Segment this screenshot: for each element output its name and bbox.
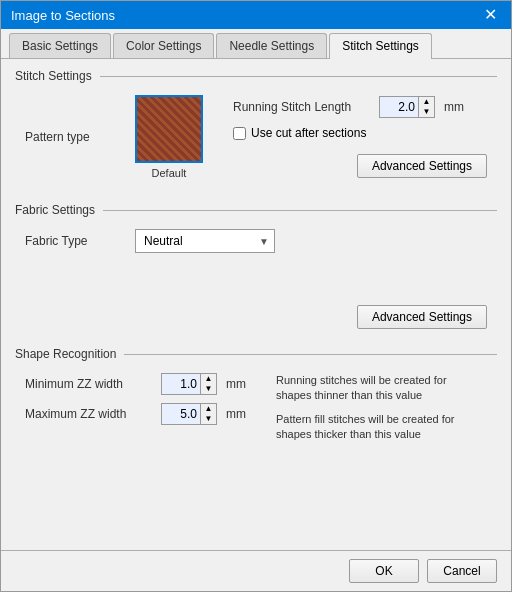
tab-basic[interactable]: Basic Settings <box>9 33 111 58</box>
shape-recognition-grid: Minimum ZZ width ▲ ▼ mm <box>25 373 487 443</box>
min-zz-down[interactable]: ▼ <box>201 384 216 394</box>
fabric-advanced-btn-row: Advanced Settings <box>25 305 487 329</box>
shape-recognition-section: Shape Recognition Minimum ZZ width ▲ ▼ <box>15 347 497 451</box>
shape-left: Minimum ZZ width ▲ ▼ mm <box>25 373 246 443</box>
footer: OK Cancel <box>1 550 511 591</box>
use-cut-checkbox[interactable] <box>233 127 246 140</box>
stitch-settings-section: Stitch Settings Pattern type Default Run… <box>15 69 497 193</box>
stitch-right: Running Stitch Length ▲ ▼ mm <box>223 96 487 178</box>
shape-recognition-label: Shape Recognition <box>15 347 497 361</box>
min-zz-up[interactable]: ▲ <box>201 374 216 384</box>
min-zz-label: Minimum ZZ width <box>25 377 155 391</box>
max-zz-desc: Pattern fill stitches will be created fo… <box>276 412 476 443</box>
fabric-settings-label: Fabric Settings <box>15 203 497 217</box>
running-stitch-down[interactable]: ▼ <box>419 107 434 117</box>
max-zz-spinners: ▲ ▼ <box>200 404 216 424</box>
use-cut-label: Use cut after sections <box>251 126 366 140</box>
max-zz-input-wrap: ▲ ▼ <box>161 403 217 425</box>
pattern-row: Pattern type Default Running Stitch Leng… <box>25 95 487 179</box>
min-zz-input[interactable] <box>162 374 200 394</box>
fabric-type-select-wrap: Neutral Stable Stretch Sheer Toweling ▼ <box>135 229 275 253</box>
shape-right: Running stitches will be created for sha… <box>266 373 476 443</box>
use-cut-row: Use cut after sections <box>233 126 487 140</box>
max-zz-row: Maximum ZZ width ▲ ▼ mm <box>25 403 246 425</box>
shape-recognition-body: Minimum ZZ width ▲ ▼ mm <box>15 367 497 451</box>
running-stitch-label: Running Stitch Length <box>233 100 373 114</box>
stitch-advanced-btn-row: Advanced Settings <box>233 154 487 178</box>
tab-color[interactable]: Color Settings <box>113 33 214 58</box>
pattern-type-label: Pattern type <box>25 130 135 144</box>
running-stitch-input-wrap: ▲ ▼ <box>379 96 435 118</box>
dialog: Image to Sections ✕ Basic Settings Color… <box>0 0 512 592</box>
max-zz-down[interactable]: ▼ <box>201 414 216 424</box>
stitch-settings-body: Pattern type Default Running Stitch Leng… <box>15 89 497 193</box>
stitch-advanced-button[interactable]: Advanced Settings <box>357 154 487 178</box>
tab-stitch[interactable]: Stitch Settings <box>329 33 432 59</box>
fabric-advanced-button[interactable]: Advanced Settings <box>357 305 487 329</box>
title-bar: Image to Sections ✕ <box>1 1 511 29</box>
pattern-name: Default <box>152 167 187 179</box>
running-stitch-up[interactable]: ▲ <box>419 97 434 107</box>
pattern-preview[interactable] <box>135 95 203 163</box>
dialog-title: Image to Sections <box>11 8 115 23</box>
cancel-button[interactable]: Cancel <box>427 559 497 583</box>
max-zz-input[interactable] <box>162 404 200 424</box>
tab-needle[interactable]: Needle Settings <box>216 33 327 58</box>
running-stitch-input[interactable] <box>380 97 418 117</box>
fabric-type-row: Fabric Type Neutral Stable Stretch Sheer… <box>25 229 487 253</box>
running-stitch-row: Running Stitch Length ▲ ▼ mm <box>233 96 487 118</box>
running-stitch-unit: mm <box>444 100 464 114</box>
min-zz-desc: Running stitches will be created for sha… <box>276 373 476 404</box>
fabric-settings-body: Fabric Type Neutral Stable Stretch Sheer… <box>15 223 497 337</box>
fabric-type-label: Fabric Type <box>25 234 135 248</box>
min-zz-input-wrap: ▲ ▼ <box>161 373 217 395</box>
min-zz-spinners: ▲ ▼ <box>200 374 216 394</box>
min-zz-unit: mm <box>226 377 246 391</box>
ok-button[interactable]: OK <box>349 559 419 583</box>
max-zz-label: Maximum ZZ width <box>25 407 155 421</box>
close-button[interactable]: ✕ <box>480 7 501 23</box>
max-zz-unit: mm <box>226 407 246 421</box>
pattern-area: Default <box>135 95 203 179</box>
main-content: Stitch Settings Pattern type Default Run… <box>1 59 511 550</box>
fabric-settings-section: Fabric Settings Fabric Type Neutral Stab… <box>15 203 497 337</box>
tab-bar: Basic Settings Color Settings Needle Set… <box>1 29 511 59</box>
running-stitch-spinners: ▲ ▼ <box>418 97 434 117</box>
stitch-settings-label: Stitch Settings <box>15 69 497 83</box>
min-zz-row: Minimum ZZ width ▲ ▼ mm <box>25 373 246 395</box>
fabric-type-select[interactable]: Neutral Stable Stretch Sheer Toweling <box>135 229 275 253</box>
max-zz-up[interactable]: ▲ <box>201 404 216 414</box>
